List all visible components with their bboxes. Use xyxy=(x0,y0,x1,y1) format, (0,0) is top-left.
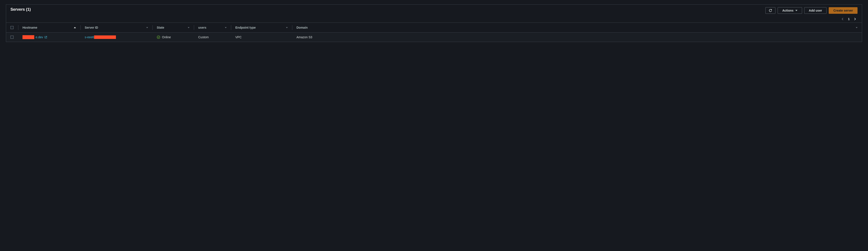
redacted-hostname xyxy=(23,35,34,39)
pagination-next[interactable] xyxy=(854,18,856,21)
sort-icon xyxy=(856,27,858,28)
row-checkbox[interactable] xyxy=(10,36,13,39)
actions-label: Actions xyxy=(782,9,793,12)
table-row[interactable]: e.dev s-eee6 xyxy=(6,33,862,42)
server-id-link[interactable]: s-eee6 xyxy=(85,35,116,39)
sort-icon xyxy=(225,27,227,28)
add-user-label: Add user xyxy=(809,9,822,12)
pagination-current: 1 xyxy=(848,17,850,21)
column-server-id[interactable]: Server ID xyxy=(80,23,152,33)
refresh-button[interactable] xyxy=(765,7,775,14)
hostname-link[interactable]: e.dev xyxy=(23,35,76,39)
add-user-button[interactable]: Add user xyxy=(804,7,827,14)
redacted-serverid xyxy=(94,35,116,39)
chevron-down-icon xyxy=(795,10,798,11)
sort-icon xyxy=(286,27,288,28)
chevron-right-icon xyxy=(854,18,856,21)
chevron-left-icon xyxy=(841,18,844,21)
pagination: 1 xyxy=(841,17,858,21)
domain-cell: Amazon S3 xyxy=(292,33,862,42)
select-all-header xyxy=(6,23,18,33)
column-hostname[interactable]: Hostname xyxy=(18,23,80,33)
page-title: Servers (1) xyxy=(10,7,31,12)
sort-icon xyxy=(146,27,148,28)
users-cell: Custom xyxy=(194,33,231,42)
header-buttons: Actions Add user Create server xyxy=(765,7,858,14)
create-server-label: Create server xyxy=(833,9,853,12)
column-domain[interactable]: Domain xyxy=(292,23,862,33)
pagination-prev[interactable] xyxy=(841,18,844,21)
sort-icon xyxy=(188,27,189,28)
header-right: Actions Add user Create server 1 xyxy=(765,7,858,21)
state-cell: Online xyxy=(157,35,189,39)
external-link-icon xyxy=(44,36,48,39)
create-server-button[interactable]: Create server xyxy=(829,7,858,14)
column-endpoint-type[interactable]: Endpoint type xyxy=(231,23,292,33)
select-all-checkbox[interactable] xyxy=(10,26,13,29)
column-users[interactable]: users xyxy=(194,23,231,33)
actions-button[interactable]: Actions xyxy=(778,7,802,14)
column-state[interactable]: State xyxy=(152,23,194,33)
panel-header: Servers (1) Actions Add user Create xyxy=(6,5,862,23)
status-online-icon xyxy=(157,35,160,39)
sort-asc-icon xyxy=(74,27,76,28)
servers-panel: Servers (1) Actions Add user Create xyxy=(6,4,862,42)
servers-table: Hostname Server ID State xyxy=(6,23,862,42)
refresh-icon xyxy=(769,9,772,12)
endpoint-cell: VPC xyxy=(231,33,292,42)
